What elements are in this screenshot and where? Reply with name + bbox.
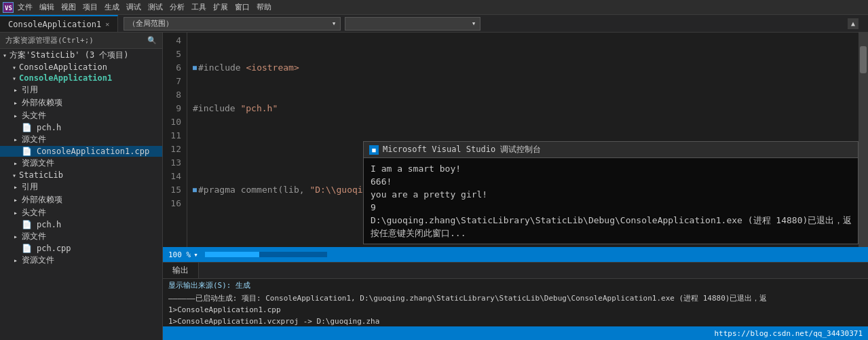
code-line-4: ■#include <iostream> <box>193 61 853 75</box>
staticlib-pch-cpp[interactable]: 📄 pch.cpp <box>0 243 162 254</box>
staticlib-references[interactable]: ▸ 引用 <box>0 181 162 193</box>
toolbar-menus[interactable]: 文件 编辑 视图 项目 生成 调试 测试 分析 工具 扩展 窗口 帮助 <box>18 2 271 12</box>
staticlib-headers[interactable]: ▸ 头文件 <box>0 206 162 219</box>
main-layout: 方案资源管理器(Ctrl+;) 🔍 ▾ 方案'StaticLib' (3 个项目… <box>0 33 868 340</box>
output-tab[interactable]: 输出 <box>163 263 199 278</box>
app-icon: VS <box>3 2 14 13</box>
menu-tools[interactable]: 工具 <box>191 2 206 12</box>
staticlib-label: StaticLib <box>19 170 63 180</box>
status-url[interactable]: https://blog.csdn.net/qq_34430371 <box>714 329 863 338</box>
sl-external-label: 外部依赖项 <box>22 194 62 206</box>
tab-dropdowns: （全局范围） ▾ ▾ <box>118 15 848 32</box>
header-files-label: 头文件 <box>22 110 46 121</box>
expand-icon: ▾ <box>10 64 19 71</box>
menu-project[interactable]: 项目 <box>83 2 98 12</box>
sl-pch-h-label: pch.h <box>37 220 61 229</box>
console-body: I am a smart boy! 666! you are a pretty … <box>364 158 858 244</box>
search-icon[interactable]: 🔍 <box>147 36 157 45</box>
pch-h-label: pch.h <box>37 123 61 132</box>
project-console-application[interactable]: ▾ ConsoleApplication <box>0 62 162 73</box>
editor-area: 4 5 6 7 8 9 10 11 12 13 14 15 16 ■#inclu… <box>163 33 868 340</box>
tab-label: ConsoleApplication1 <box>8 20 101 29</box>
file-icon: 📄 <box>22 123 32 132</box>
menu-edit[interactable]: 编辑 <box>39 2 54 12</box>
expand-icon: ▸ <box>14 99 18 107</box>
resource-files-item1[interactable]: ▸ 资源文件 <box>0 157 162 170</box>
expand-icon: ▾ <box>10 75 19 82</box>
console-close-msg: 按任意键关闭此窗口... <box>371 227 851 240</box>
console-line-2: 666! <box>371 175 851 188</box>
external-deps-item[interactable]: ▸ 外部依赖项 <box>0 96 162 109</box>
scrollbar-thumb[interactable] <box>860 46 867 73</box>
cpp-file-item[interactable]: 📄 ConsoleApplication1.cpp <box>0 146 162 157</box>
header-files-item[interactable]: ▸ 头文件 <box>0 109 162 122</box>
top-toolbar: VS 文件 编辑 视图 项目 生成 调试 测试 分析 工具 扩展 窗口 帮助 <box>0 0 868 15</box>
expand-icon: ▸ <box>14 183 18 191</box>
source-files-item[interactable]: ▸ 源文件 <box>0 133 162 146</box>
scroll-thumb[interactable] <box>205 252 259 257</box>
menu-debug[interactable]: 调试 <box>126 2 141 12</box>
console-overlay: ■ Microsoft Visual Studio 调试控制台 I am a s… <box>363 141 858 244</box>
expand-icon: ▸ <box>14 159 18 167</box>
console-icon: ■ <box>369 145 379 155</box>
zoom-dropdown-icon[interactable]: ▾ <box>193 250 198 259</box>
sidebar: 方案资源管理器(Ctrl+;) 🔍 ▾ 方案'StaticLib' (3 个项目… <box>0 33 163 340</box>
references-item[interactable]: ▸ 引用 <box>0 83 162 96</box>
expand-icon: ▸ <box>14 209 18 216</box>
fold-marker: ■ <box>193 183 197 197</box>
tab-close-icon[interactable]: ✕ <box>105 20 109 28</box>
code-line-5: #include "pch.h" <box>193 102 853 115</box>
menu-test[interactable]: 测试 <box>148 2 163 12</box>
staticlib-sources[interactable]: ▸ 源文件 <box>0 230 162 243</box>
staticlib-external[interactable]: ▸ 外部依赖项 <box>0 193 162 206</box>
output-tab-bar: 输出 <box>163 263 868 279</box>
expand-icon: ▸ <box>14 257 18 264</box>
sl-source-label: 源文件 <box>22 231 46 242</box>
pch-h-item[interactable]: 📄 pch.h <box>0 122 162 133</box>
staticlib-resources[interactable]: ▸ 资源文件 <box>0 254 162 267</box>
member-dropdown[interactable]: ▾ <box>345 17 480 31</box>
sidebar-title: 方案资源管理器(Ctrl+;) <box>5 35 94 45</box>
project-console-application1[interactable]: ▾ ConsoleApplication1 <box>0 73 162 83</box>
console-line-3: you are a pretty girl! <box>371 188 851 201</box>
staticlib-project[interactable]: ▾ StaticLib <box>0 170 162 181</box>
output-source-label: 显示输出来源(S): 生成 <box>168 280 250 290</box>
menu-help[interactable]: 帮助 <box>257 2 271 12</box>
expand-icon: ▾ <box>10 172 19 179</box>
sl-pch-cpp-label: pch.cpp <box>37 244 71 253</box>
solution-item[interactable]: ▾ 方案'StaticLib' (3 个项目) <box>0 49 162 62</box>
menu-build[interactable]: 生成 <box>105 2 119 12</box>
output-line-3: 1>ConsoleApplication1.vcxproj -> D:\guoq… <box>168 316 863 327</box>
zoom-label: 100 % <box>168 250 191 259</box>
console-line-4: 9 <box>371 201 851 214</box>
project-label: ConsoleApplication <box>19 62 107 72</box>
menu-window[interactable]: 窗口 <box>235 2 250 12</box>
menu-file[interactable]: 文件 <box>18 2 33 12</box>
tab-console-application1[interactable]: ConsoleApplication1 ✕ <box>0 15 118 32</box>
output-line-1: ——————已启动生成: 项目: ConsoleApplication1, D:… <box>168 292 863 304</box>
menu-view[interactable]: 视图 <box>61 2 76 12</box>
sl-headers-label: 头文件 <box>22 207 46 219</box>
sl-references-label: 引用 <box>22 181 38 193</box>
console-exit-msg: D:\guoqing.zhang\StaticLibrary\StaticLib… <box>371 214 851 227</box>
svg-text:VS: VS <box>5 5 12 12</box>
cpp-file-icon: 📄 <box>22 147 32 156</box>
solution-label: 方案'StaticLib' (3 个项目) <box>10 50 129 61</box>
scroll-track[interactable] <box>205 252 327 257</box>
scroll-up-btn[interactable]: ▲ <box>848 18 858 29</box>
toolbar-right: ▲ <box>848 15 858 32</box>
source-files-label: 源文件 <box>22 134 46 145</box>
staticlib-pch-h[interactable]: 📄 pch.h <box>0 219 162 230</box>
sidebar-header: 方案资源管理器(Ctrl+;) 🔍 <box>0 33 162 49</box>
menu-analyze[interactable]: 分析 <box>170 2 185 12</box>
output-source-selector[interactable]: 显示输出来源(S): 生成 <box>163 279 868 291</box>
scope-dropdown-label: （全局范围） <box>128 18 173 29</box>
expand-icon: ▸ <box>14 86 18 94</box>
file-icon2: 📄 <box>22 220 32 229</box>
project-label: ConsoleApplication1 <box>19 73 112 83</box>
vertical-scrollbar[interactable] <box>858 33 868 247</box>
scope-dropdown[interactable]: （全局范围） ▾ <box>124 17 341 31</box>
menu-extensions[interactable]: 扩展 <box>213 2 228 12</box>
zoom-bar: 100 % ▾ <box>163 247 868 262</box>
expand-icon: ▸ <box>14 112 18 119</box>
